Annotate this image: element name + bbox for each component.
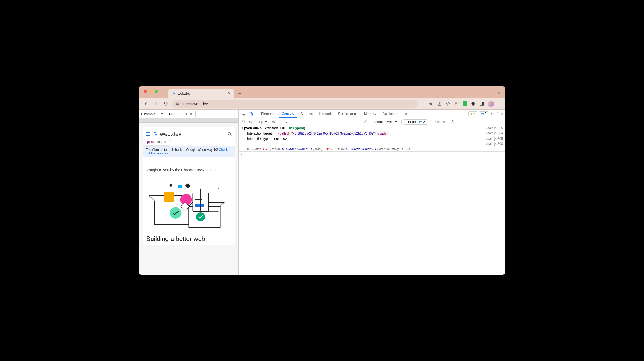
width-input[interactable] (165, 111, 178, 117)
dimension-x: × (179, 112, 181, 116)
live-expression-icon[interactable] (271, 119, 277, 125)
dimensions-dropdown-icon[interactable]: ▼ (160, 112, 164, 116)
address-bar[interactable]: https://web.dev (172, 100, 418, 108)
log-header-value: 5 ms (good) (287, 126, 305, 130)
inspect-icon[interactable] (240, 111, 247, 117)
brought-by-text: Brought to you by the Chrome DevRel team (143, 157, 235, 175)
expand-caret-icon[interactable]: ▶ (247, 147, 250, 151)
reload-button[interactable] (162, 100, 169, 107)
log-label: Interaction type: (247, 137, 271, 141)
dom-element-pill[interactable]: <path d="M3 18h18v-2H3v2zm0-5h18v-2H3v2z… (277, 131, 389, 136)
height-input[interactable] (183, 111, 196, 117)
devtools-close-icon[interactable]: ✕ (501, 112, 503, 116)
tabs-dropdown-icon[interactable]: ⌄ (497, 90, 501, 95)
bookmark-icon[interactable] (446, 101, 450, 106)
tab-performance[interactable]: Performance (335, 110, 360, 118)
back-button[interactable] (142, 100, 149, 107)
console-toolbar: top ▼ FID ⓧ Default levels ▼ 2 Issues: ▤… (239, 118, 505, 126)
browser-tab[interactable]: web.dev ✕ (168, 89, 234, 98)
console-filter-input[interactable]: FID ⓧ (280, 119, 369, 125)
site-logo: web.dev (153, 131, 181, 137)
log-levels-selector[interactable]: Default levels ▼ (371, 120, 400, 124)
extension-square-icon[interactable] (463, 101, 467, 106)
clear-console-icon[interactable] (248, 119, 253, 125)
minimize-window-button[interactable] (149, 90, 153, 93)
devtools-tabs: Elements Console Sources Network Perform… (239, 110, 505, 118)
log-group-header[interactable]: ▼ [Web Vitals Extension] FID 5 ms (good)… (239, 126, 505, 131)
banner-text: The Chrome team is back at Google I/O on… (146, 148, 219, 152)
devtools-menu-icon[interactable]: ⋮ (496, 112, 499, 116)
browser-toolbar: https://web.dev ⋮ (139, 98, 505, 110)
log-line: Interaction target: <path d="M3 18h18v-2… (239, 131, 505, 136)
site-banner: The Chrome team is back at Google I/O on… (143, 146, 235, 157)
source-link[interactable]: vitals.js:308 (486, 142, 503, 146)
svg-rect-9 (185, 183, 191, 188)
log-value: mousedown (272, 137, 289, 141)
device-toggle-icon[interactable] (248, 111, 254, 117)
url-text: https://web.dev (181, 101, 208, 106)
ruler (139, 118, 238, 123)
svg-point-34 (452, 121, 453, 122)
issues-button[interactable]: 2 Issues: ▤ 2 (403, 119, 427, 125)
console-output: ▼ [Web Vitals Extension] FID 5 ms (good)… (239, 126, 505, 275)
tab-sources[interactable]: Sources (298, 110, 316, 118)
source-link[interactable]: vitals.js:304 (486, 131, 503, 136)
tooltip-dimensions: 18 × 12 (156, 140, 167, 144)
tab-memory[interactable]: Memory (361, 110, 379, 118)
svg-rect-2 (482, 102, 484, 105)
tab-network[interactable]: Network (317, 110, 335, 118)
messages-badge[interactable]: ▤2 (479, 111, 488, 116)
svg-point-28 (491, 113, 492, 114)
new-tab-button[interactable]: ＋ (236, 90, 243, 97)
source-link[interactable]: vitals.js:235 (486, 126, 503, 130)
tab-application[interactable]: Application (380, 110, 402, 118)
dimensions-label: Dimensio… (141, 112, 159, 116)
flag-icon[interactable] (454, 101, 459, 106)
log-line: vitals.js:308 (239, 141, 505, 146)
svg-rect-8 (178, 185, 182, 188)
zoom-icon[interactable] (429, 101, 434, 106)
preview-more-icon[interactable]: ⋮ (233, 112, 236, 116)
forward-button[interactable] (152, 100, 159, 107)
browser-menu-icon[interactable]: ⋮ (498, 101, 502, 106)
sidepanel-icon[interactable] (479, 101, 484, 106)
log-line: Interaction type: mousedown vitals.js:30… (239, 136, 505, 141)
hero-headline: Building a better web, (143, 233, 235, 245)
source-link[interactable]: vitals.js:305 (486, 137, 503, 141)
search-icon[interactable] (227, 132, 232, 136)
warnings-badge[interactable]: ▲4 (468, 111, 478, 116)
expand-caret-icon[interactable]: ▼ (241, 126, 244, 130)
element-tooltip: path 18 × 12 (144, 139, 170, 145)
profile-avatar[interactable] (488, 101, 494, 107)
log-label: Interaction target: (247, 132, 273, 135)
log-object[interactable]: ▶ {name: 'FID', value: 5.399999998509884… (239, 146, 505, 152)
share-icon[interactable] (437, 101, 442, 106)
maximize-window-button[interactable] (155, 90, 158, 93)
clear-filter-icon[interactable]: ⓧ (364, 120, 367, 124)
tab-favicon (172, 91, 176, 95)
tab-console[interactable]: Console (279, 110, 297, 118)
dimensions-bar: Dimensio… ▼ × ⋮ (139, 110, 238, 118)
close-tab-icon[interactable]: ✕ (227, 91, 231, 96)
close-window-button[interactable] (144, 90, 147, 93)
svg-point-32 (273, 121, 274, 122)
context-selector[interactable]: top ▼ (257, 120, 269, 124)
hamburger-icon[interactable] (145, 131, 150, 137)
tooltip-tag: path (147, 140, 154, 144)
devtools-settings-icon[interactable] (490, 112, 494, 116)
console-sidebar-toggle-icon[interactable] (240, 119, 246, 125)
tab-elements[interactable]: Elements (258, 110, 278, 118)
svg-point-10 (170, 184, 172, 187)
log-header-prefix: [Web Vitals Extension] FID (244, 126, 285, 130)
tab-title: web.dev (178, 91, 225, 95)
site-preview: web.dev path 18 × 12 The Chrome team is … (143, 127, 235, 245)
more-tabs-icon[interactable]: » (403, 111, 409, 117)
console-settings-icon[interactable] (450, 120, 454, 124)
device-preview-pane: Dimensio… ▼ × ⋮ web.dev (139, 110, 239, 275)
console-prompt[interactable]: › (239, 152, 505, 157)
downloads-icon[interactable] (420, 101, 425, 106)
hero-illustration (145, 177, 232, 230)
hidden-count: 25 hidden (431, 120, 449, 124)
window-controls (144, 90, 158, 93)
extensions-icon[interactable] (471, 101, 476, 106)
